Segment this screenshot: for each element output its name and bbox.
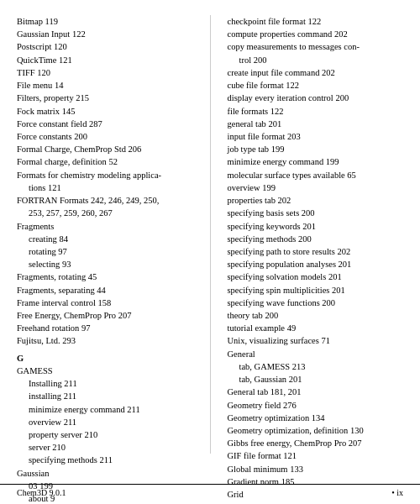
- index-entry: overview 211: [17, 416, 193, 428]
- index-entry: Formats for chemistry modeling applica-: [17, 169, 193, 181]
- index-entry: Bitmap 119: [17, 15, 193, 28]
- index-entry: file formats 122: [228, 105, 404, 118]
- index-entry: specifying keywords 201: [228, 220, 404, 233]
- index-entry: QuickTime 121: [17, 54, 193, 66]
- index-entry: specifying methods 200: [228, 233, 404, 245]
- index-entry: specifying spin multiplicities 201: [228, 284, 404, 297]
- index-entry: theory tab 200: [228, 309, 404, 322]
- index-entry: Geometry optimization, definition 130: [228, 424, 404, 437]
- index-entry: Formal charge, definition 52: [17, 155, 193, 168]
- right-column: checkpoint file format 122compute proper…: [223, 15, 404, 454]
- index-entry: tab, GAMESS 213: [228, 360, 404, 373]
- index-entry: job type tab 199: [228, 143, 404, 155]
- index-entry: minimize energy command 199: [228, 155, 404, 168]
- index-entry: 253, 257, 259, 260, 267: [17, 207, 193, 219]
- index-entry: rotating 97: [17, 245, 193, 258]
- index-entry: tab, Gaussian 201: [228, 373, 404, 386]
- index-entry: Postscript 120: [17, 40, 193, 53]
- index-entry: display every iteration control 200: [228, 92, 404, 104]
- index-entry: create input file command 202: [228, 66, 404, 79]
- column-divider: [210, 15, 211, 454]
- index-entry: molecular surface types available 65: [228, 169, 404, 181]
- index-entry: GIF file format 121: [228, 449, 404, 462]
- index-entry: Fragments, rotating 45: [17, 270, 193, 283]
- index-entry: TIFF 120: [17, 66, 193, 79]
- footer-left: Chem3D 9.0.1: [17, 488, 66, 497]
- index-entry: tions 121: [17, 181, 193, 194]
- index-entry: Force constant field 287: [17, 118, 193, 130]
- index-entry: Gaussian Input 122: [17, 28, 193, 40]
- index-entry: checkpoint file format 122: [228, 15, 404, 28]
- index-entry: Fragments: [17, 220, 193, 233]
- left-column: Bitmap 119Gaussian Input 122Postscript 1…: [17, 15, 197, 454]
- index-entry: creating 84: [17, 233, 193, 245]
- content-columns: Bitmap 119Gaussian Input 122Postscript 1…: [17, 15, 403, 454]
- index-entry: File menu 14: [17, 79, 193, 92]
- index-entry: Filters, property 215: [17, 92, 193, 104]
- index-entry: tutorial example 49: [228, 322, 404, 334]
- index-entry: Geometry field 276: [228, 399, 404, 412]
- index-entry: Gaussian: [17, 467, 193, 480]
- index-entry: general tab 201: [228, 118, 404, 130]
- index-entry: G: [17, 352, 193, 365]
- index-entry: copy measurements to messages con-: [228, 40, 404, 53]
- index-entry: Free Energy, ChemProp Pro 207: [17, 309, 193, 322]
- index-entry: Fock matrix 145: [17, 105, 193, 118]
- index-entry: trol 200: [228, 54, 404, 66]
- page-footer: Chem3D 9.0.1 • ix: [0, 484, 420, 497]
- index-entry: server 210: [17, 441, 193, 454]
- index-entry: minimize energy command 211: [17, 403, 193, 416]
- index-entry: Force constants 200: [17, 130, 193, 143]
- index-entry: specifying solvation models 201: [228, 270, 404, 283]
- index-entry: Freehand rotation 97: [17, 322, 193, 334]
- index-entry: Fragments, separating 44: [17, 284, 193, 297]
- index-entry: specifying methods 211: [17, 454, 193, 466]
- index-entry: Gibbs free energy, ChemProp Pro 207: [228, 437, 404, 449]
- index-entry: installing 211: [17, 390, 193, 402]
- index-entry: Fujitsu, Ltd. 293: [17, 334, 193, 347]
- index-entry: input file format 203: [228, 130, 404, 143]
- index-entry: specifying population analyses 201: [228, 258, 404, 270]
- index-entry: General: [228, 348, 404, 360]
- index-entry: Frame interval control 158: [17, 297, 193, 309]
- index-entry: Geometry optimization 134: [228, 412, 404, 424]
- index-entry: Unix, visualizing surfaces 71: [228, 334, 404, 347]
- index-entry: GAMESS: [17, 365, 193, 377]
- page: Bitmap 119Gaussian Input 122Postscript 1…: [0, 0, 420, 504]
- index-entry: selecting 93: [17, 258, 193, 270]
- index-entry: specifying basis sets 200: [228, 207, 404, 219]
- index-entry: FORTRAN Formats 242, 246, 249, 250,: [17, 194, 193, 207]
- index-entry: specifying wave functions 200: [228, 297, 404, 309]
- index-entry: overview 199: [228, 181, 404, 194]
- index-entry: Global minimum 133: [228, 463, 404, 475]
- index-entry: Formal Charge, ChemProp Std 206: [17, 143, 193, 155]
- index-entry: General tab 181, 201: [228, 386, 404, 398]
- index-entry: specifying path to store results 202: [228, 245, 404, 258]
- index-entry: Installing 211: [17, 377, 193, 390]
- index-entry: property server 210: [17, 428, 193, 441]
- footer-right: • ix: [391, 488, 403, 497]
- index-entry: properties tab 202: [228, 194, 404, 207]
- index-entry: compute properties command 202: [228, 28, 404, 40]
- index-entry: cube file format 122: [228, 79, 404, 92]
